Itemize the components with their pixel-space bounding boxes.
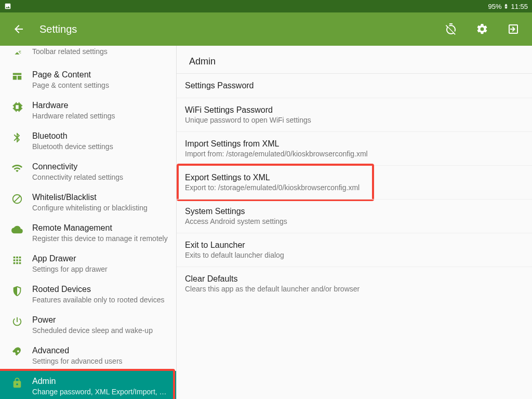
main-item-title: Import Settings from XML — [185, 139, 524, 149]
sidebar-item-sub: Configure whitelisting or blacklisting — [32, 203, 169, 212]
sidebar-item-sub: Toolbar related settings — [32, 47, 169, 56]
main-item-sub: Access Android system settings — [185, 217, 524, 225]
main-panel: Admin Settings Password WiFi Settings Pa… — [177, 46, 532, 399]
page-content-icon — [11, 71, 23, 82]
advanced-icon — [11, 347, 23, 358]
sidebar-item-sub: Settings for app drawer — [32, 264, 169, 274]
highlight-export — [177, 164, 374, 201]
main-item-exit-launcher[interactable]: Exit to Launcher Exits to default launch… — [177, 233, 532, 267]
sidebar-item-label: Rooted Devices — [32, 284, 169, 295]
main-item-title: Export Settings to XML — [185, 173, 524, 182]
shield-icon — [11, 285, 23, 297]
sidebar: + Toolbar related settings Page & Conten… — [0, 46, 177, 399]
timer-off-button[interactable] — [441, 19, 461, 39]
main-item-import-xml[interactable]: Import Settings from XML Import from: /s… — [177, 131, 532, 165]
sidebar-item-label: Bluetooth — [32, 131, 169, 142]
sidebar-item-rooted[interactable]: Rooted Devices Features available only t… — [0, 279, 176, 310]
sidebar-item-app-drawer[interactable]: App Drawer Settings for app drawer — [0, 248, 176, 279]
content-area: + Toolbar related settings Page & Conten… — [0, 46, 532, 399]
main-item-sub: Unique password to open WiFi settings — [185, 116, 524, 124]
bluetooth-icon — [11, 132, 23, 143]
sidebar-item-label: Page & Content — [32, 70, 169, 81]
sidebar-item-label: Whitelist/Blacklist — [32, 192, 169, 203]
main-item-clear-defaults[interactable]: Clear Defaults Clears this app as the de… — [177, 267, 532, 300]
sidebar-item-remote[interactable]: Remote Management Register this device t… — [0, 218, 176, 248]
sidebar-item-sub: Hardware related settings — [32, 111, 169, 121]
battery-charging-icon — [503, 2, 509, 10]
sidebar-item-toolbar[interactable]: + Toolbar related settings — [0, 46, 176, 64]
main-item-sub: Clears this app as the default launcher … — [185, 285, 524, 293]
main-item-title: Exit to Launcher — [185, 241, 524, 250]
main-item-sub: Export to: /storage/emulated/0/kioskbrow… — [185, 183, 524, 192]
sidebar-item-sub: Connectivity related settings — [32, 172, 169, 182]
main-item-settings-password[interactable]: Settings Password — [177, 73, 532, 98]
sidebar-item-power[interactable]: Power Scheduled device sleep and wake-up — [0, 310, 176, 340]
sidebar-item-label: Advanced — [32, 345, 169, 356]
sidebar-item-label: Power — [32, 315, 169, 326]
wifi-icon — [11, 163, 23, 174]
main-item-system-settings[interactable]: System Settings Access Android system se… — [177, 199, 532, 233]
settings-gear-button[interactable] — [472, 19, 493, 39]
sidebar-item-label: Remote Management — [32, 223, 169, 234]
screenshot-icon — [4, 3, 11, 10]
main-item-sub: Import from: /storage/emulated/0/kioskbr… — [185, 150, 524, 158]
sidebar-item-sub: Change password, XML Export/Import, Exit — [32, 387, 169, 396]
main-item-wifi-password[interactable]: WiFi Settings Password Unique password t… — [177, 98, 532, 131]
sidebar-item-advanced[interactable]: Advanced Settings for advanced users — [0, 340, 176, 371]
apps-icon — [11, 255, 23, 266]
block-icon — [11, 193, 23, 205]
clock-text: 11:55 — [511, 3, 528, 10]
sidebar-item-bluetooth[interactable]: Bluetooth Bluetooth device settings — [0, 126, 176, 156]
status-bar: 95% 11:55 — [0, 0, 532, 12]
svg-text:+: + — [18, 49, 21, 55]
back-button[interactable] — [8, 19, 29, 39]
main-item-export-xml[interactable]: Export Settings to XML Export to: /stora… — [177, 165, 532, 199]
sidebar-item-label: Hardware — [32, 100, 169, 111]
sidebar-item-label: Admin — [32, 376, 169, 387]
toolbar-icon: + — [11, 48, 23, 59]
sidebar-item-label: Connectivity — [32, 162, 169, 172]
hardware-icon — [11, 101, 23, 113]
page-title: Settings — [39, 23, 77, 35]
sidebar-item-sub: Bluetooth device settings — [32, 142, 169, 151]
sidebar-item-sub: Settings for advanced users — [32, 356, 169, 366]
sidebar-item-sub: Scheduled device sleep and wake-up — [32, 326, 169, 335]
main-item-title: Settings Password — [185, 81, 524, 90]
cloud-icon — [11, 224, 23, 235]
main-header: Admin — [177, 46, 532, 73]
app-bar: Settings — [0, 12, 532, 46]
sidebar-item-sub: Register this device to manage it remote… — [32, 234, 169, 243]
sidebar-item-sub: Features available only to rooted device… — [32, 295, 169, 304]
sidebar-item-admin[interactable]: Admin Change password, XML Export/Import… — [0, 371, 176, 399]
lock-icon — [11, 377, 23, 389]
exit-button[interactable] — [503, 19, 524, 39]
main-item-sub: Exits to default launcher dialog — [185, 251, 524, 259]
sidebar-item-sub: Page & content settings — [32, 81, 169, 90]
sidebar-item-hardware[interactable]: Hardware Hardware related settings — [0, 95, 176, 126]
battery-percent: 95% — [488, 3, 501, 10]
sidebar-item-label: App Drawer — [32, 254, 169, 264]
main-item-title: Clear Defaults — [185, 274, 524, 284]
main-item-title: WiFi Settings Password — [185, 105, 524, 115]
power-icon — [11, 316, 23, 327]
sidebar-item-page-content[interactable]: Page & Content Page & content settings — [0, 64, 176, 95]
sidebar-item-whitelist[interactable]: Whitelist/Blacklist Configure whitelisti… — [0, 187, 176, 218]
main-item-title: System Settings — [185, 207, 524, 216]
sidebar-item-connectivity[interactable]: Connectivity Connectivity related settin… — [0, 156, 176, 187]
